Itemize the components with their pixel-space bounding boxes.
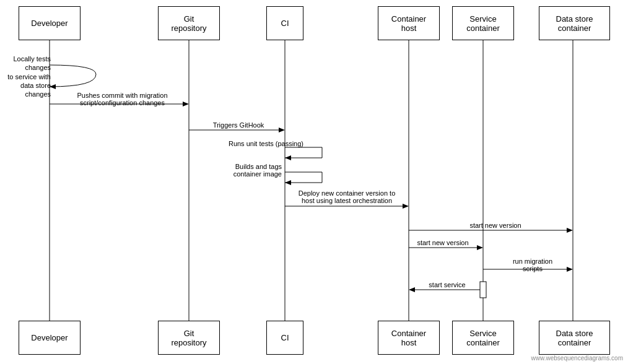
ci-actor-top: CI <box>266 6 303 40</box>
svg-marker-22 <box>409 287 415 292</box>
svg-marker-11 <box>285 155 291 160</box>
watermark: www.websequencediagrams.com <box>531 355 623 362</box>
developer-actor-bottom: Developer <box>19 321 81 355</box>
svg-marker-16 <box>567 228 573 233</box>
containerhost-actor-top: Containerhost <box>378 6 440 40</box>
msg-run-migration: run migrationscripts <box>495 258 570 272</box>
containerhost-actor-bottom: Containerhost <box>378 321 440 355</box>
msg-locally-tests: Locally tests changesto service withdata… <box>0 54 51 98</box>
developer-actor-top: Developer <box>19 6 81 40</box>
msg-runs-unit-tests: Runs unit tests (passing) <box>214 140 303 147</box>
msg-builds-tags: Builds and tagscontainer image <box>207 163 282 178</box>
ci-actor-bottom: CI <box>266 321 303 355</box>
sequence-diagram: Developer Gitrepository CI Containerhost… <box>0 0 628 364</box>
msg-start-service: start service <box>416 281 478 288</box>
msg-start-new-version-ds: start new version <box>446 222 545 229</box>
svg-marker-12 <box>285 180 291 185</box>
svg-marker-14 <box>403 204 409 209</box>
servicecontainer-actor-bottom: Servicecontainer <box>452 321 514 355</box>
msg-pushes-commit: Pushes commit with migrationscript/confi… <box>62 92 183 106</box>
svg-rect-23 <box>480 282 486 298</box>
msg-triggers-githook: Triggers GitHook <box>195 121 282 129</box>
svg-marker-8 <box>183 102 189 106</box>
git-actor-bottom: Gitrepository <box>158 321 220 355</box>
msg-deploy: Deploy new container version tohost usin… <box>282 189 412 204</box>
servicecontainer-actor-top: Servicecontainer <box>452 6 514 40</box>
arrows-svg <box>0 0 628 364</box>
datastorecontainer-actor-bottom: Data storecontainer <box>539 321 610 355</box>
git-actor-top: Gitrepository <box>158 6 220 40</box>
datastorecontainer-actor-top: Data storecontainer <box>539 6 610 40</box>
msg-start-new-version-sc: start new version <box>406 239 480 246</box>
